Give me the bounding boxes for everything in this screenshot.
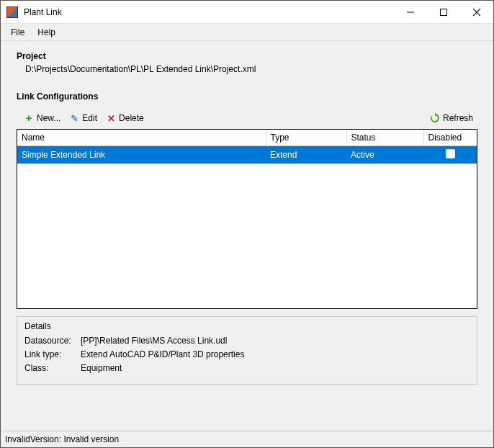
delete-button[interactable]: ✕ Delete bbox=[102, 112, 148, 125]
new-button[interactable]: + New... bbox=[19, 112, 65, 125]
link-configurations-label: Link Configurations bbox=[17, 91, 477, 102]
col-disabled[interactable]: Disabled bbox=[423, 130, 477, 146]
delete-icon: ✕ bbox=[106, 113, 116, 123]
status-text: InvalidVersion: Invalid version bbox=[5, 434, 119, 444]
col-status[interactable]: Status bbox=[346, 130, 423, 146]
cell-name: Simple Extended Link bbox=[17, 146, 266, 164]
window-title: Plant Link bbox=[24, 7, 62, 17]
details-panel: Details Datasource: [PP]\Related Files\M… bbox=[17, 316, 477, 385]
col-name[interactable]: Name bbox=[17, 130, 266, 146]
minimize-icon bbox=[407, 9, 414, 16]
class-value: Equipment bbox=[81, 363, 122, 373]
class-label: Class: bbox=[24, 363, 81, 373]
close-icon bbox=[473, 9, 480, 16]
menu-file[interactable]: File bbox=[11, 27, 24, 37]
app-icon bbox=[6, 6, 18, 18]
cell-disabled bbox=[423, 146, 477, 164]
linktype-value: Extend AutoCAD P&ID/Plant 3D properties bbox=[81, 349, 244, 359]
refresh-button[interactable]: Refresh bbox=[426, 112, 477, 125]
menubar: File Help bbox=[1, 24, 493, 41]
refresh-icon bbox=[430, 113, 440, 123]
menu-help[interactable]: Help bbox=[37, 27, 55, 37]
toolbar: + New... ✎ Edit ✕ Delete Refresh bbox=[17, 112, 477, 125]
cell-status: Active bbox=[346, 146, 423, 164]
statusbar: InvalidVersion: Invalid version bbox=[1, 431, 493, 447]
config-table: Name Type Status Disabled Simple Extende… bbox=[17, 129, 477, 309]
svg-rect-1 bbox=[441, 9, 447, 15]
details-title: Details bbox=[24, 321, 470, 331]
disabled-checkbox[interactable] bbox=[446, 149, 455, 158]
maximize-icon bbox=[440, 9, 447, 16]
linktype-label: Link type: bbox=[24, 349, 81, 359]
project-label: Project bbox=[17, 51, 477, 61]
edit-button[interactable]: ✎ Edit bbox=[65, 112, 102, 125]
close-button[interactable] bbox=[460, 1, 493, 23]
datasource-label: Datasource: bbox=[24, 336, 81, 346]
new-label: New... bbox=[37, 113, 60, 123]
content: Project D:\Projects\Documentation\PL\PL … bbox=[1, 41, 493, 431]
titlebar: Plant Link bbox=[1, 1, 493, 24]
edit-label: Edit bbox=[82, 113, 97, 123]
minimize-button[interactable] bbox=[394, 1, 427, 23]
pencil-icon: ✎ bbox=[69, 113, 79, 123]
col-type[interactable]: Type bbox=[266, 130, 346, 146]
table-header-row: Name Type Status Disabled bbox=[17, 130, 477, 146]
table-row[interactable]: Simple Extended Link Extend Active bbox=[17, 146, 477, 164]
plus-icon: + bbox=[24, 113, 34, 123]
delete-label: Delete bbox=[119, 113, 144, 123]
project-path: D:\Projects\Documentation\PL\PL Extended… bbox=[25, 64, 477, 74]
datasource-value: [PP]\Related Files\MS Access Link.udl bbox=[81, 336, 227, 346]
cell-type: Extend bbox=[266, 146, 346, 164]
refresh-label: Refresh bbox=[443, 113, 473, 123]
maximize-button[interactable] bbox=[427, 1, 460, 23]
window-controls bbox=[394, 1, 493, 23]
